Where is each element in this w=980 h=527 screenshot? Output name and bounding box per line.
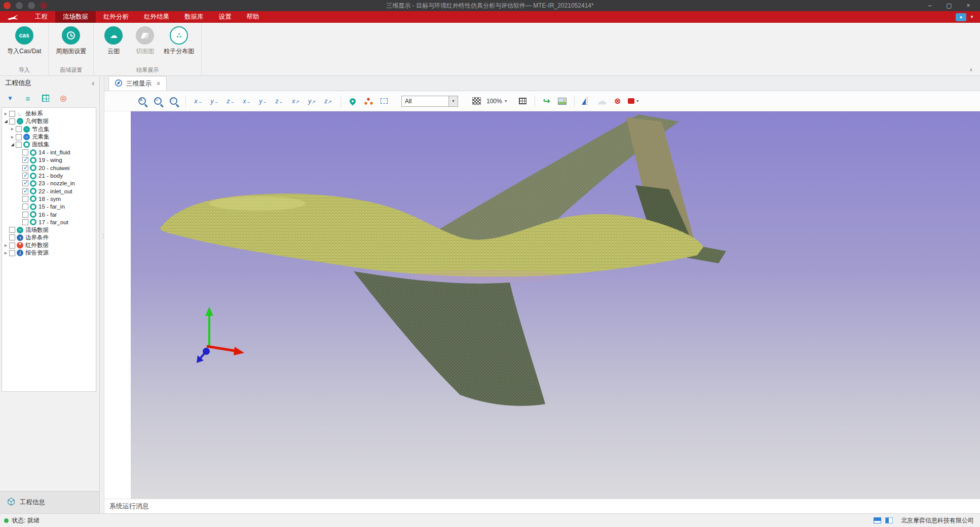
mirror-icon[interactable] bbox=[581, 95, 592, 107]
tree-row-element-set[interactable]: ▶○元素集 bbox=[2, 133, 96, 141]
tree-expand-icon[interactable]: ◢ bbox=[3, 119, 9, 124]
tree-checkbox-coordinate-system[interactable] bbox=[9, 111, 15, 117]
quick-access-red-icon[interactable] bbox=[4, 2, 11, 9]
close-button[interactable]: × bbox=[959, 0, 978, 11]
tree-checkbox-surface-16[interactable] bbox=[22, 212, 28, 218]
view-iso-x-icon[interactable]: x↗ bbox=[289, 98, 302, 105]
export-share-icon[interactable]: ↪ bbox=[541, 95, 552, 107]
tree-row-report-resource[interactable]: ▶i报告资源 bbox=[2, 249, 96, 257]
tree-row-boundary-condition[interactable]: ◑边界条件 bbox=[2, 234, 96, 241]
tree-checkbox-infrared-data[interactable] bbox=[9, 242, 15, 249]
zoom-dropdown-icon[interactable]: ▼ bbox=[504, 99, 508, 103]
tree-checkbox-surface-14[interactable] bbox=[22, 149, 28, 155]
zoom-out-icon[interactable]: − bbox=[153, 95, 164, 107]
tree-checkbox-surface-17[interactable] bbox=[22, 219, 28, 225]
grid-view-icon[interactable] bbox=[41, 93, 51, 103]
maximize-button[interactable]: ▢ bbox=[939, 0, 959, 11]
tree-row-node-set[interactable]: ▶−节点集 bbox=[2, 126, 96, 133]
tree-row-surface-20[interactable]: 20 - chuiwei bbox=[2, 164, 96, 172]
tree-checkbox-report-resource[interactable] bbox=[9, 250, 15, 256]
layout-toggle-icon-1[interactable] bbox=[874, 517, 881, 523]
view-z-minus-icon[interactable]: z← bbox=[273, 98, 286, 105]
tree-row-surface-23[interactable]: 23 - nozzle_in bbox=[2, 180, 96, 187]
quick-access-icon-2[interactable] bbox=[28, 2, 35, 9]
panel-collapse-icon[interactable]: ‹ bbox=[92, 79, 94, 87]
tree-checkbox-surface-20[interactable] bbox=[22, 165, 28, 171]
tree-row-geometry-data[interactable]: ◢∷几何数据 bbox=[2, 117, 96, 125]
tree-row-surface-16[interactable]: 16 - far bbox=[2, 211, 96, 218]
menu-tab-project[interactable]: 工程 bbox=[27, 11, 55, 23]
tree-expand-icon[interactable]: ▶ bbox=[3, 251, 9, 255]
particle-distribution-button[interactable]: ∴粒子分布图 bbox=[161, 25, 197, 65]
tree-checkbox-surface-23[interactable] bbox=[22, 180, 28, 186]
quick-access-icon-3[interactable] bbox=[40, 2, 47, 9]
periodic-face-setting-button[interactable]: 周期面设置 bbox=[53, 25, 89, 65]
ribbon-collapse-icon[interactable]: ∧ bbox=[969, 67, 973, 72]
tree-row-surface-17[interactable]: 17 - far_out bbox=[2, 218, 96, 226]
tree-checkbox-surface-21[interactable] bbox=[22, 173, 28, 179]
view-iso-y-icon[interactable]: y↗ bbox=[306, 98, 318, 105]
surface-filter-combo[interactable]: All ▼ bbox=[401, 96, 458, 107]
tree-row-face-set[interactable]: ◢面线集 bbox=[2, 141, 96, 148]
view-z-plus-icon[interactable]: z→ bbox=[224, 98, 237, 105]
paint-dropdown-icon[interactable]: ▼ bbox=[636, 99, 639, 103]
tree-row-infrared-data[interactable]: ▶*红外数据 bbox=[2, 241, 96, 249]
texture-checker-icon[interactable] bbox=[471, 95, 482, 107]
screenshot-image-icon[interactable] bbox=[557, 95, 568, 107]
menu-tab-ir-result[interactable]: 红外结果 bbox=[136, 11, 177, 23]
menu-tab-database[interactable]: 数据库 bbox=[177, 11, 211, 23]
tab-close-icon[interactable]: ✕ bbox=[156, 80, 161, 87]
tree-checkbox-surface-15[interactable] bbox=[22, 204, 28, 210]
tree-checkbox-node-set[interactable] bbox=[16, 126, 22, 132]
tree-row-surface-22[interactable]: 22 - inlet_out bbox=[2, 187, 96, 195]
viewport-3d[interactable] bbox=[131, 111, 980, 499]
tree-row-coordinate-system[interactable]: ▶∟坐标系 bbox=[2, 110, 96, 117]
dock-project-info[interactable]: 工程信息 bbox=[0, 491, 99, 513]
tree-expand-icon[interactable]: ◢ bbox=[10, 142, 15, 147]
zoom-fit-icon[interactable]: □ bbox=[168, 95, 179, 107]
view-x-plus-icon[interactable]: x→ bbox=[192, 98, 205, 105]
tree-row-surface-18[interactable]: 18 - sym bbox=[2, 195, 96, 202]
menu-tab-flow-data[interactable]: 流场数据 bbox=[55, 11, 96, 23]
slice-map-button[interactable]: 切面图 bbox=[129, 25, 161, 65]
panel-splitter[interactable]: ⋮ bbox=[100, 76, 104, 513]
tree-checkbox-surface-19[interactable] bbox=[22, 157, 28, 163]
zoom-level-control[interactable]: 100% ▼ bbox=[486, 98, 508, 105]
combo-dropdown-icon[interactable]: ▼ bbox=[448, 96, 458, 106]
cloud-display-icon[interactable]: ☁ bbox=[596, 95, 608, 107]
tree-row-surface-15[interactable]: 15 - far_in bbox=[2, 203, 96, 211]
tab-3d-display[interactable]: 三维显示 ✕ bbox=[108, 76, 167, 91]
view-iso-z-icon[interactable]: z↗ bbox=[322, 98, 334, 105]
tree-checkbox-surface-18[interactable] bbox=[22, 196, 28, 202]
tree-checkbox-face-set[interactable] bbox=[16, 142, 22, 148]
menu-tab-ir-analysis[interactable]: 红外分析 bbox=[96, 11, 136, 23]
minimize-button[interactable]: – bbox=[920, 0, 939, 11]
cancel-render-icon[interactable]: ⊗ bbox=[612, 95, 623, 107]
menu-tab-settings[interactable]: 设置 bbox=[211, 11, 239, 23]
target-icon[interactable]: ◎ bbox=[58, 93, 68, 103]
contour-map-button[interactable]: ☁云图 bbox=[98, 25, 129, 65]
zoom-in-icon[interactable]: + bbox=[137, 95, 148, 107]
import-cas-dat-button[interactable]: cas导入Cas/Dat bbox=[4, 25, 44, 65]
tree-expand-icon[interactable]: ▶ bbox=[10, 135, 15, 139]
tree-checkbox-flow-field-data[interactable] bbox=[9, 227, 15, 233]
tree-expand-icon[interactable]: ▶ bbox=[10, 127, 15, 131]
select-rectangle-icon[interactable] bbox=[379, 95, 390, 107]
tree-row-surface-21[interactable]: 21 - body bbox=[2, 172, 96, 179]
menubar-dropdown-icon[interactable]: ▼ bbox=[970, 15, 974, 19]
node-graph-icon[interactable] bbox=[363, 95, 374, 107]
tree-row-surface-19[interactable]: 19 - wing bbox=[2, 156, 96, 164]
locate-pin-icon[interactable] bbox=[347, 95, 358, 107]
layout-toggle-icon-2[interactable] bbox=[885, 517, 893, 523]
list-icon[interactable]: ≡ bbox=[23, 93, 33, 103]
quick-access-icon-1[interactable] bbox=[16, 2, 23, 9]
view-y-plus-icon[interactable]: y→ bbox=[208, 98, 221, 105]
filter-icon[interactable]: ▼ bbox=[5, 93, 15, 103]
tree-checkbox-surface-22[interactable] bbox=[22, 188, 28, 194]
view-x-minus-icon[interactable]: x← bbox=[241, 98, 253, 105]
mesh-grid-icon[interactable] bbox=[517, 95, 529, 107]
tree-checkbox-boundary-condition[interactable] bbox=[9, 234, 15, 240]
tree-checkbox-geometry-data[interactable] bbox=[9, 118, 15, 125]
view-y-minus-icon[interactable]: y← bbox=[257, 98, 270, 105]
tree-row-surface-14[interactable]: 14 - int_fluid bbox=[2, 148, 96, 156]
